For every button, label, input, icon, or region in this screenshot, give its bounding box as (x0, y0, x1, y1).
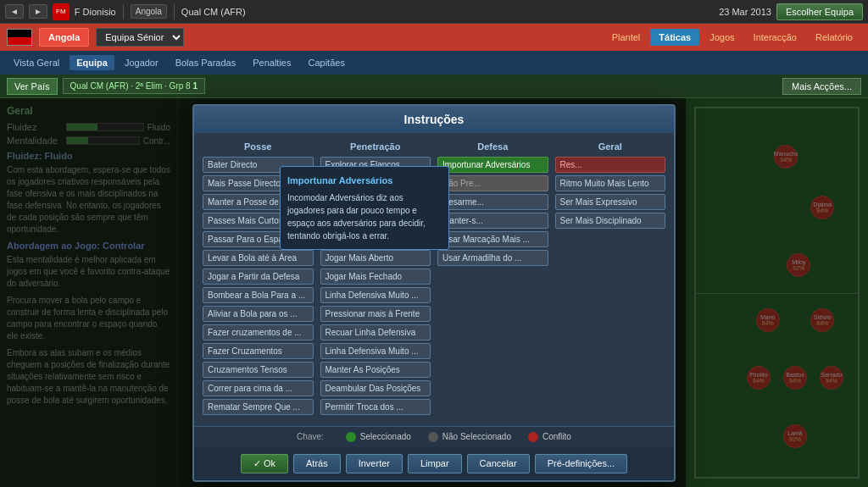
footer-btn-atras[interactable]: Atrás (293, 454, 341, 473)
dialog-title: Instruções (194, 106, 674, 133)
subtab-penalties[interactable]: Penalties (246, 55, 298, 70)
tab-relatorio[interactable]: Relatório (807, 29, 861, 46)
manager-name: F Dionisio (75, 7, 116, 17)
back-button[interactable]: ◄ (5, 4, 24, 19)
instructions-dialog: Instruções PosseBater DirectoMais Passe … (192, 104, 676, 482)
instruction-tooltip: Importunar AdversáriosIncomodar Adversár… (280, 166, 449, 250)
instruction-btn-1-8[interactable]: Pressionar mais à Frente (320, 306, 431, 322)
tab-taticas[interactable]: Táticas (650, 29, 699, 46)
instruction-btn-0-6[interactable]: Jogar a Partir da Defesa (203, 268, 314, 285)
legend-key-label: Chave: (297, 432, 324, 441)
instruction-btn-1-7[interactable]: Linha Defensiva Muito ... (320, 287, 431, 303)
tab-plantel[interactable]: Plantel (604, 29, 649, 46)
instruction-btn-2-4[interactable]: Usar Marcação Mais ... (437, 231, 548, 247)
instruction-btn-1-9[interactable]: Recuar Linha Defensiva (320, 324, 431, 340)
instruction-btn-1-12[interactable]: Deambular Das Posições (320, 380, 431, 396)
second-nav: Angola Equipa Sénior Plantel Táticas Jog… (0, 24, 868, 51)
footer-btn-cancelar[interactable]: Cancelar (467, 454, 530, 473)
dialog-col-3: GeralRes...Ritmo Muito Mais LentoSer Mai… (555, 141, 666, 418)
dialog-overlay: Instruções PosseBater DirectoMais Passe … (0, 98, 868, 487)
not-selected-label: Não Seleccionado (442, 432, 511, 441)
app-logo: FM (53, 3, 70, 20)
angola-flag (7, 29, 32, 46)
separator (123, 4, 124, 19)
instruction-btn-2-2[interactable]: Desarme... (437, 194, 548, 210)
legend-row: Chave: Seleccionado Não Seleccionado Con… (194, 426, 674, 447)
selected-dot (346, 432, 356, 442)
footer-btn-ok[interactable]: ✓ Ok (241, 454, 288, 473)
instruction-btn-2-3[interactable]: Manter-s... (437, 213, 548, 229)
col-header-1: Penetração (320, 141, 431, 152)
subtab-vista-geral[interactable]: Vista Geral (7, 55, 66, 70)
instruction-btn-1-11[interactable]: Manter As Posições (320, 362, 431, 378)
legend-not-selected: Não Seleccionado (428, 432, 511, 442)
instruction-btn-1-13[interactable]: Permitir Troca dos ... (320, 399, 431, 415)
legend-conflict: Conflito (528, 432, 571, 442)
instruction-btn-3-1[interactable]: Ritmo Muito Mais Lento (555, 175, 666, 191)
subtab-bolas-paradas[interactable]: Bolas Paradas (169, 55, 243, 70)
footer-btn-inverter[interactable]: Inverter (346, 454, 403, 473)
breadcrumb-text: Qual CM (AFR) · 2ª Elim · Grp 8 (70, 81, 191, 91)
dialog-footer: ✓ OkAtrásInverterLimparCancelarPré-defin… (194, 447, 674, 480)
sub-nav: Vista Geral Equipa Jogador Bolas Paradas… (0, 51, 868, 75)
main-content: Geral Fluidez Fluido Mentalidade Contr..… (0, 98, 868, 487)
country-flag-btn[interactable]: Angola (131, 4, 167, 19)
date-label: 23 Mar 2013 (719, 7, 771, 17)
instruction-btn-0-9[interactable]: Fazer cruzamentos de ... (203, 324, 314, 340)
tab-interaccao[interactable]: Interacção (745, 29, 805, 46)
instruction-btn-0-12[interactable]: Correr para cima da ... (203, 380, 314, 396)
selected-label: Seleccionado (360, 432, 411, 441)
footer-btn-limpar[interactable]: Limpar (408, 454, 462, 473)
breadcrumb: Qual CM (AFR) · 2ª Elim · Grp 8 1 (63, 78, 205, 94)
subtab-equipa[interactable]: Equipa (70, 55, 114, 70)
tab-jogos[interactable]: Jogos (701, 29, 743, 46)
choose-team-button[interactable]: Escolher Equipa (776, 3, 863, 20)
instruction-btn-2-0[interactable]: Importunar Adversários (437, 157, 548, 173)
instruction-btn-0-5[interactable]: Levar a Bola até à Área (203, 250, 314, 266)
ver-pais-button[interactable]: Ver País (7, 78, 58, 95)
instruction-btn-2-5[interactable]: Usar Armadilha do ... (437, 250, 548, 266)
team-select[interactable]: Equipa Sénior (96, 28, 184, 47)
conflict-label: Conflito (542, 432, 571, 441)
instruction-btn-2-1[interactable]: Não Pre... (437, 175, 548, 191)
instruction-btn-3-3[interactable]: Ser Mais Disciplinado (555, 213, 666, 229)
instruction-btn-0-10[interactable]: Fazer Cruzamentos (203, 343, 314, 359)
instruction-btn-0-13[interactable]: Rematar Sempre Que ... (203, 399, 314, 415)
conflict-dot (528, 432, 538, 442)
instruction-btn-0-11[interactable]: Cruzamentos Tensos (203, 362, 314, 378)
instruction-btn-0-7[interactable]: Bombear a Bola Para a ... (203, 287, 314, 303)
instruction-btn-1-10[interactable]: Linha Defensiva Muito ... (320, 343, 431, 359)
instruction-btn-3-2[interactable]: Ser Mais Expressivo (555, 194, 666, 210)
legend-selected: Seleccionado (346, 432, 411, 442)
subtab-capitaes[interactable]: Capitães (301, 55, 351, 70)
top-bar: ◄ ► FM F Dionisio Angola Qual CM (AFR) 2… (0, 0, 868, 24)
breadcrumb-num: 1 (192, 81, 198, 91)
separator2 (174, 4, 175, 19)
qual-label: Qual CM (AFR) (181, 7, 246, 17)
col-header-3: Geral (555, 141, 666, 152)
col-header-2: Defesa (437, 141, 548, 152)
not-selected-dot (428, 432, 438, 442)
instruction-btn-1-5[interactable]: Jogar Mais Aberto (320, 250, 431, 266)
instruction-btn-1-6[interactable]: Jogar Mais Fechado (320, 268, 431, 285)
instruction-btn-0-8[interactable]: Aliviar a Bola para os ... (203, 306, 314, 322)
third-nav: Ver País Qual CM (AFR) · 2ª Elim · Grp 8… (0, 75, 868, 98)
instruction-btn-3-0[interactable]: Res... (555, 157, 666, 173)
subtab-jogador[interactable]: Jogador (118, 55, 165, 70)
col-header-0: Posse (203, 141, 314, 152)
main-nav-tabs: Plantel Táticas Jogos Interacção Relatór… (604, 29, 861, 46)
more-actions-button[interactable]: Mais Acções... (782, 78, 861, 95)
angola-team-button[interactable]: Angola (39, 28, 89, 47)
dialog-col-2: DefesaImportunar AdversáriosNão Pre...De… (437, 141, 548, 418)
forward-button[interactable]: ► (29, 4, 47, 19)
footer-btn-predef[interactable]: Pré-definições... (535, 454, 627, 473)
